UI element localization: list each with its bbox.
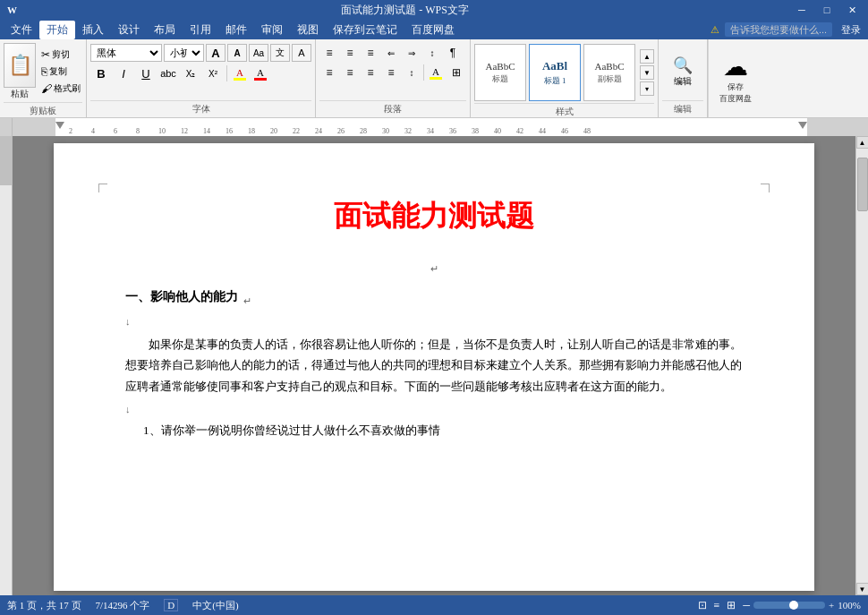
view-full-icon[interactable]: ⊞ [727,599,736,612]
maximize-button[interactable]: □ [814,0,839,20]
styles-group: AaBbC 标题 AaBl 标题 1 AaBbC 副标题 ▲ ▼ ▾ 样式 [471,39,659,117]
save-cloud-button[interactable]: ☁ 保存 百度网盘 [716,48,755,108]
close-button[interactable]: ✕ [839,0,864,20]
paragraph-label: 段落 [319,100,466,117]
scrollbar-thumb[interactable] [857,158,868,211]
app-logo: W [4,4,21,15]
menu-design[interactable]: 设计 [111,21,147,39]
clipboard-group: 📋 粘贴 ✂剪切 ⎘复制 🖌格式刷 剪贴板 [0,39,87,117]
menu-home[interactable]: 开始 [39,21,75,39]
zoom-out-button[interactable]: ─ [743,600,750,611]
minimize-button[interactable]: ─ [789,0,814,20]
page-count: 第 1 页，共 17 页 [7,599,81,612]
menu-insert[interactable]: 插入 [75,21,111,39]
window-controls: ─ □ ✕ [789,0,864,20]
font-group: 黑体 小初 A A Aa 文 A B I U abc X₂ X² [87,39,316,117]
align-right-button[interactable]: ≡ [361,64,380,81]
shrink-font-button[interactable]: A [227,44,247,62]
cut-button[interactable]: ✂剪切 [39,47,82,63]
multilevel-button[interactable]: ≡ [361,44,380,62]
scroll-up-button[interactable]: ▲ [856,136,869,149]
menu-layout[interactable]: 布局 [147,21,183,39]
style-heading1-button[interactable]: AaBl 标题 1 [529,44,581,101]
view-web-icon[interactable]: ≡ [714,599,720,612]
word-count: 7/14296 个字 [96,599,150,612]
style-subtitle-button[interactable]: AaBbC 副标题 [583,44,635,101]
highlight-color-button[interactable]: A [230,67,250,81]
aa-button[interactable]: Aa [249,44,268,62]
corner-mark-tl [98,184,107,192]
font-size-select[interactable]: 小初 [164,44,204,62]
grow-font-button[interactable]: A [206,44,226,62]
bold-button[interactable]: B [90,64,112,83]
zoom-in-button[interactable]: + [829,600,834,611]
underline-button[interactable]: U [135,64,157,83]
format-painter-button[interactable]: 🖌格式刷 [39,81,82,97]
section1-list-item: 1、请你举一例说明你曾经说过甘人做什么不喜欢做的事情 [143,420,743,440]
menu-references[interactable]: 引用 [183,21,218,39]
save-group: ☁ 保存 百度网盘 [708,39,762,117]
status-right: ⊡ ≡ ⊞ ─ + 100% [698,599,861,612]
document-title: 面试能力测试题 [125,197,743,236]
paste-button[interactable]: 📋 粘贴 [4,43,36,100]
clear-format-button[interactable]: A [292,44,311,62]
view-print-icon[interactable]: ⊡ [698,599,707,612]
bullets-button[interactable]: ≡ [319,44,339,62]
increase-indent-button[interactable]: ⇒ [402,44,421,62]
after-heading-mark: ↓ [125,316,743,327]
italic-button[interactable]: I [113,64,134,83]
menu-baidu-disk[interactable]: 百度网盘 [404,21,462,39]
justify-button[interactable]: ≡ [381,64,401,81]
search-input[interactable] [725,22,832,37]
find-button[interactable]: 🔍 编辑 [668,54,698,90]
style-more[interactable]: ▾ [640,81,654,96]
vertical-ruler [0,136,13,595]
subscript-button[interactable]: X₂ [180,64,201,83]
font-color-button[interactable]: A [251,67,270,81]
window-title: 面试能力测试题 - WPS文字 [21,3,789,18]
login-button[interactable]: 登录 [838,23,864,37]
scroll-down-button[interactable]: ▼ [856,583,869,595]
heading-para-mark: ↵ [243,295,251,307]
style-scroll-up[interactable]: ▲ [640,49,654,64]
scrollbar-track[interactable] [856,149,868,583]
font-name-select[interactable]: 黑体 [90,44,162,62]
zoom-slider[interactable] [753,602,825,609]
paragraph-group: ≡ ≡ ≡ ⇐ ⇒ ↕ ¶ ≡ ≡ ≡ ≡ ↕ A ⊞ [316,39,471,117]
decrease-indent-button[interactable]: ⇐ [381,44,401,62]
corner-mark-tr [761,184,770,192]
ribbon: 📋 粘贴 ✂剪切 ⎘复制 🖌格式刷 剪贴板 黑体 [0,39,868,118]
style-scroll-down[interactable]: ▼ [640,65,654,80]
title-bar: W 面试能力测试题 - WPS文字 ─ □ ✕ [0,0,868,20]
style-scroll: ▲ ▼ ▾ [640,49,654,96]
copy-button[interactable]: ⎘复制 [39,64,82,80]
editing-label: 编辑 [662,100,703,117]
zoom-level: 100% [838,600,861,611]
borders-button[interactable]: ⊞ [447,64,466,81]
style-normal-button[interactable]: AaBbC 标题 [474,44,526,101]
menu-cloud-notes[interactable]: 保存到云笔记 [326,21,404,39]
menu-view[interactable]: 视图 [290,21,326,39]
menu-bar: 文件 开始 插入 设计 布局 引用 邮件 审阅 视图 保存到云笔记 百度网盘 [4,21,709,39]
line-spacing-button[interactable]: ↕ [402,64,421,81]
alert-icon: ⚠ [711,24,719,36]
after-para-mark: ↓ [125,404,743,414]
font-label: 字体 [90,100,311,117]
menu-mailings[interactable]: 邮件 [218,21,254,39]
show-marks-button[interactable]: ¶ [443,44,463,62]
clipboard-label: 剪贴板 [4,102,82,119]
status-bar: 第 1 页，共 17 页 7/14296 个字 D 中文(中国) ⊡ ≡ ⊞ ─… [0,595,868,615]
sort-button[interactable]: ↕ [422,44,442,62]
align-left-button[interactable]: ≡ [319,64,339,81]
numbering-button[interactable]: ≡ [340,44,360,62]
menu-review[interactable]: 审阅 [254,21,290,39]
zoom-control: ─ + 100% [743,600,861,611]
document-page: 面试能力测试题 ↵ 一、影响他人的能力 ↵ ↓ 如果你是某事的负责人的话，你很容… [54,143,814,591]
menu-file[interactable]: 文件 [4,21,39,39]
align-center-button[interactable]: ≡ [340,64,360,81]
strikethrough-button[interactable]: abc [157,64,179,83]
superscript-button[interactable]: X² [202,64,224,83]
wen-button[interactable]: 文 [270,44,290,62]
vertical-scrollbar: ▲ ▼ [855,136,868,595]
shading-button[interactable]: A [426,66,446,80]
